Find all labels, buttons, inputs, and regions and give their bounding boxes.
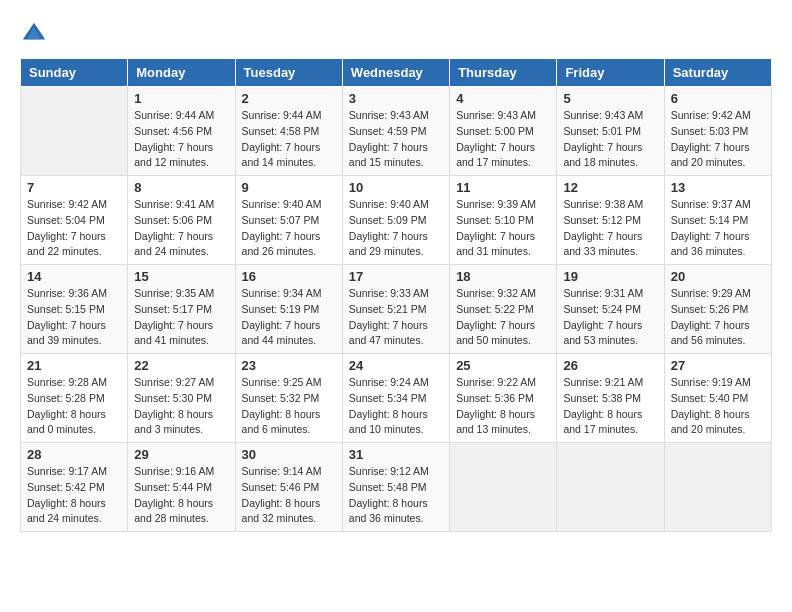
- calendar-cell: 5Sunrise: 9:43 AMSunset: 5:01 PMDaylight…: [557, 87, 664, 176]
- calendar-cell: 20Sunrise: 9:29 AMSunset: 5:26 PMDayligh…: [664, 265, 771, 354]
- day-info: Sunrise: 9:42 AMSunset: 5:03 PMDaylight:…: [671, 108, 765, 171]
- calendar-cell: 16Sunrise: 9:34 AMSunset: 5:19 PMDayligh…: [235, 265, 342, 354]
- day-number: 9: [242, 180, 336, 195]
- day-number: 12: [563, 180, 657, 195]
- day-number: 29: [134, 447, 228, 462]
- day-number: 2: [242, 91, 336, 106]
- day-number: 13: [671, 180, 765, 195]
- day-header-monday: Monday: [128, 59, 235, 87]
- day-info: Sunrise: 9:17 AMSunset: 5:42 PMDaylight:…: [27, 464, 121, 527]
- day-info: Sunrise: 9:33 AMSunset: 5:21 PMDaylight:…: [349, 286, 443, 349]
- day-number: 26: [563, 358, 657, 373]
- day-number: 8: [134, 180, 228, 195]
- calendar-cell: 21Sunrise: 9:28 AMSunset: 5:28 PMDayligh…: [21, 354, 128, 443]
- calendar-cell: [557, 443, 664, 532]
- day-info: Sunrise: 9:12 AMSunset: 5:48 PMDaylight:…: [349, 464, 443, 527]
- day-info: Sunrise: 9:29 AMSunset: 5:26 PMDaylight:…: [671, 286, 765, 349]
- calendar-cell: 11Sunrise: 9:39 AMSunset: 5:10 PMDayligh…: [450, 176, 557, 265]
- day-info: Sunrise: 9:43 AMSunset: 4:59 PMDaylight:…: [349, 108, 443, 171]
- calendar-cell: 29Sunrise: 9:16 AMSunset: 5:44 PMDayligh…: [128, 443, 235, 532]
- calendar-cell: 1Sunrise: 9:44 AMSunset: 4:56 PMDaylight…: [128, 87, 235, 176]
- day-info: Sunrise: 9:44 AMSunset: 4:56 PMDaylight:…: [134, 108, 228, 171]
- day-number: 7: [27, 180, 121, 195]
- day-number: 28: [27, 447, 121, 462]
- day-number: 21: [27, 358, 121, 373]
- day-number: 23: [242, 358, 336, 373]
- logo: [20, 20, 52, 48]
- day-info: Sunrise: 9:35 AMSunset: 5:17 PMDaylight:…: [134, 286, 228, 349]
- day-info: Sunrise: 9:39 AMSunset: 5:10 PMDaylight:…: [456, 197, 550, 260]
- day-number: 18: [456, 269, 550, 284]
- week-row-2: 7Sunrise: 9:42 AMSunset: 5:04 PMDaylight…: [21, 176, 772, 265]
- calendar-cell: 8Sunrise: 9:41 AMSunset: 5:06 PMDaylight…: [128, 176, 235, 265]
- day-info: Sunrise: 9:34 AMSunset: 5:19 PMDaylight:…: [242, 286, 336, 349]
- day-header-friday: Friday: [557, 59, 664, 87]
- calendar-cell: 19Sunrise: 9:31 AMSunset: 5:24 PMDayligh…: [557, 265, 664, 354]
- calendar-cell: 31Sunrise: 9:12 AMSunset: 5:48 PMDayligh…: [342, 443, 449, 532]
- week-row-1: 1Sunrise: 9:44 AMSunset: 4:56 PMDaylight…: [21, 87, 772, 176]
- calendar-cell: 4Sunrise: 9:43 AMSunset: 5:00 PMDaylight…: [450, 87, 557, 176]
- days-header-row: SundayMondayTuesdayWednesdayThursdayFrid…: [21, 59, 772, 87]
- day-number: 14: [27, 269, 121, 284]
- day-number: 10: [349, 180, 443, 195]
- calendar-cell: 30Sunrise: 9:14 AMSunset: 5:46 PMDayligh…: [235, 443, 342, 532]
- calendar-cell: 3Sunrise: 9:43 AMSunset: 4:59 PMDaylight…: [342, 87, 449, 176]
- calendar-cell: 28Sunrise: 9:17 AMSunset: 5:42 PMDayligh…: [21, 443, 128, 532]
- calendar-cell: 9Sunrise: 9:40 AMSunset: 5:07 PMDaylight…: [235, 176, 342, 265]
- day-header-thursday: Thursday: [450, 59, 557, 87]
- week-row-3: 14Sunrise: 9:36 AMSunset: 5:15 PMDayligh…: [21, 265, 772, 354]
- day-header-sunday: Sunday: [21, 59, 128, 87]
- calendar-cell: [664, 443, 771, 532]
- day-number: 3: [349, 91, 443, 106]
- day-number: 20: [671, 269, 765, 284]
- calendar-cell: 18Sunrise: 9:32 AMSunset: 5:22 PMDayligh…: [450, 265, 557, 354]
- calendar-cell: 26Sunrise: 9:21 AMSunset: 5:38 PMDayligh…: [557, 354, 664, 443]
- day-number: 6: [671, 91, 765, 106]
- day-header-wednesday: Wednesday: [342, 59, 449, 87]
- calendar-cell: 22Sunrise: 9:27 AMSunset: 5:30 PMDayligh…: [128, 354, 235, 443]
- calendar-table: SundayMondayTuesdayWednesdayThursdayFrid…: [20, 58, 772, 532]
- calendar-cell: 14Sunrise: 9:36 AMSunset: 5:15 PMDayligh…: [21, 265, 128, 354]
- calendar-cell: 15Sunrise: 9:35 AMSunset: 5:17 PMDayligh…: [128, 265, 235, 354]
- day-info: Sunrise: 9:19 AMSunset: 5:40 PMDaylight:…: [671, 375, 765, 438]
- day-number: 30: [242, 447, 336, 462]
- logo-icon: [20, 20, 48, 48]
- day-number: 22: [134, 358, 228, 373]
- day-info: Sunrise: 9:27 AMSunset: 5:30 PMDaylight:…: [134, 375, 228, 438]
- day-number: 31: [349, 447, 443, 462]
- day-info: Sunrise: 9:44 AMSunset: 4:58 PMDaylight:…: [242, 108, 336, 171]
- day-info: Sunrise: 9:14 AMSunset: 5:46 PMDaylight:…: [242, 464, 336, 527]
- day-info: Sunrise: 9:22 AMSunset: 5:36 PMDaylight:…: [456, 375, 550, 438]
- day-info: Sunrise: 9:38 AMSunset: 5:12 PMDaylight:…: [563, 197, 657, 260]
- calendar-cell: 27Sunrise: 9:19 AMSunset: 5:40 PMDayligh…: [664, 354, 771, 443]
- day-number: 15: [134, 269, 228, 284]
- day-number: 19: [563, 269, 657, 284]
- day-info: Sunrise: 9:41 AMSunset: 5:06 PMDaylight:…: [134, 197, 228, 260]
- calendar-cell: [450, 443, 557, 532]
- calendar-cell: 24Sunrise: 9:24 AMSunset: 5:34 PMDayligh…: [342, 354, 449, 443]
- day-info: Sunrise: 9:28 AMSunset: 5:28 PMDaylight:…: [27, 375, 121, 438]
- day-number: 4: [456, 91, 550, 106]
- calendar-cell: 7Sunrise: 9:42 AMSunset: 5:04 PMDaylight…: [21, 176, 128, 265]
- day-info: Sunrise: 9:40 AMSunset: 5:09 PMDaylight:…: [349, 197, 443, 260]
- day-info: Sunrise: 9:43 AMSunset: 5:01 PMDaylight:…: [563, 108, 657, 171]
- day-info: Sunrise: 9:31 AMSunset: 5:24 PMDaylight:…: [563, 286, 657, 349]
- calendar-cell: 10Sunrise: 9:40 AMSunset: 5:09 PMDayligh…: [342, 176, 449, 265]
- day-number: 16: [242, 269, 336, 284]
- day-info: Sunrise: 9:43 AMSunset: 5:00 PMDaylight:…: [456, 108, 550, 171]
- week-row-5: 28Sunrise: 9:17 AMSunset: 5:42 PMDayligh…: [21, 443, 772, 532]
- calendar-cell: 2Sunrise: 9:44 AMSunset: 4:58 PMDaylight…: [235, 87, 342, 176]
- day-info: Sunrise: 9:16 AMSunset: 5:44 PMDaylight:…: [134, 464, 228, 527]
- day-number: 5: [563, 91, 657, 106]
- day-info: Sunrise: 9:32 AMSunset: 5:22 PMDaylight:…: [456, 286, 550, 349]
- day-number: 17: [349, 269, 443, 284]
- day-info: Sunrise: 9:42 AMSunset: 5:04 PMDaylight:…: [27, 197, 121, 260]
- day-number: 25: [456, 358, 550, 373]
- day-number: 27: [671, 358, 765, 373]
- calendar-cell: [21, 87, 128, 176]
- day-info: Sunrise: 9:24 AMSunset: 5:34 PMDaylight:…: [349, 375, 443, 438]
- day-info: Sunrise: 9:37 AMSunset: 5:14 PMDaylight:…: [671, 197, 765, 260]
- calendar-cell: 23Sunrise: 9:25 AMSunset: 5:32 PMDayligh…: [235, 354, 342, 443]
- day-number: 1: [134, 91, 228, 106]
- day-header-tuesday: Tuesday: [235, 59, 342, 87]
